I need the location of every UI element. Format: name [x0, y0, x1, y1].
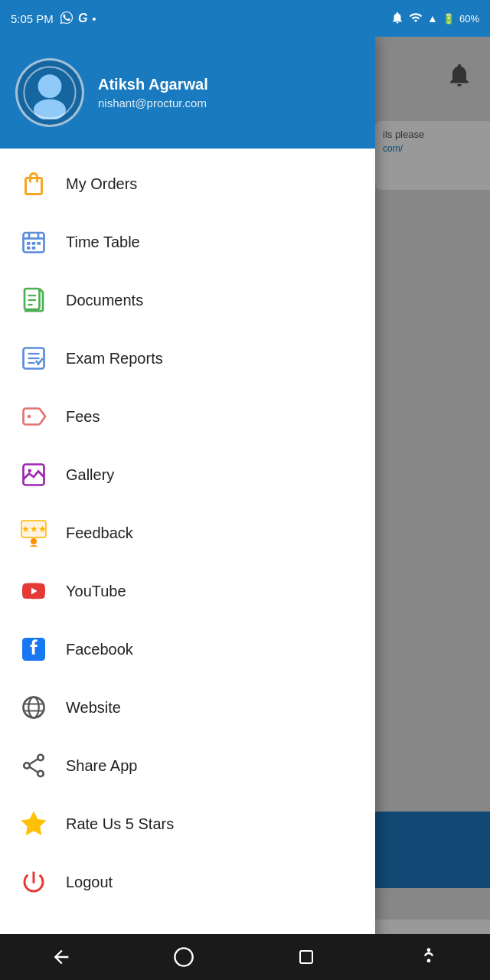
svg-line-36: [30, 767, 38, 773]
menu-label-exam-reports: Exam Reports: [66, 350, 163, 368]
drawer-user-info: Atiksh Agarwal nishant@proctur.com: [98, 76, 208, 109]
status-time: 5:05 PM: [11, 12, 54, 25]
calendar-grid-icon: [18, 227, 49, 257]
svg-rect-39: [300, 951, 312, 963]
gallery-icon: [18, 459, 49, 490]
svg-point-28: [24, 697, 44, 718]
menu-item-feedback[interactable]: ★★★ Feedback: [0, 504, 375, 562]
svg-point-20: [28, 415, 31, 419]
menu-item-facebook[interactable]: Facebook: [0, 620, 375, 678]
globe-icon: [18, 692, 49, 723]
status-bar: 5:05 PM G • ▲ 🔋 60%: [0, 0, 490, 37]
svg-text:★★★: ★★★: [21, 524, 47, 534]
svg-point-34: [38, 771, 44, 777]
svg-point-0: [38, 74, 62, 98]
status-icons-left: G •: [60, 11, 96, 27]
battery-percent: 60%: [459, 13, 479, 24]
svg-point-32: [38, 755, 44, 761]
svg-point-22: [28, 469, 32, 473]
menu-label-time-table: Time Table: [66, 234, 140, 251]
menu-label-fees: Fees: [66, 408, 100, 426]
wifi-icon: [409, 11, 423, 27]
svg-point-25: [31, 538, 37, 544]
menu-item-website[interactable]: Website: [0, 678, 375, 737]
menu-label-my-orders: My Orders: [66, 175, 137, 193]
menu-list: My Orders Tim: [0, 149, 375, 980]
alarm-icon: [390, 11, 404, 27]
svg-rect-10: [27, 247, 31, 250]
menu-label-logout: Logout: [66, 874, 113, 891]
menu-label-rate-us: Rate Us 5 Stars: [66, 815, 174, 833]
menu-item-youtube[interactable]: YouTube: [0, 562, 375, 620]
feedback-stars-icon: ★★★: [18, 518, 49, 548]
accessibility-button[interactable]: [406, 934, 452, 980]
menu-item-my-orders[interactable]: My Orders: [0, 155, 375, 213]
svg-marker-37: [22, 812, 45, 835]
status-bar-left: 5:05 PM G •: [11, 11, 96, 27]
power-icon: [18, 867, 49, 897]
price-tag-icon: [18, 401, 49, 432]
menu-label-gallery: Gallery: [66, 466, 114, 484]
menu-label-feedback: Feedback: [66, 524, 133, 542]
svg-rect-7: [27, 242, 31, 245]
drawer-header: Atiksh Agarwal nishant@proctur.com: [0, 37, 375, 149]
recents-button[interactable]: [283, 934, 329, 980]
menu-item-rate-us[interactable]: Rate Us 5 Stars: [0, 795, 375, 853]
drawer: Atiksh Agarwal nishant@proctur.com My Or…: [0, 37, 375, 980]
menu-label-facebook: Facebook: [66, 641, 133, 658]
menu-label-share-app: Share App: [66, 757, 137, 775]
svg-rect-11: [32, 247, 36, 250]
user-name: Atiksh Agarwal: [98, 76, 208, 93]
menu-item-exam-reports[interactable]: Exam Reports: [0, 329, 375, 387]
menu-label-youtube: YouTube: [66, 583, 126, 600]
document-icon: [18, 285, 49, 315]
status-icons-right: ▲ 🔋 60%: [390, 11, 479, 27]
svg-line-35: [30, 759, 38, 764]
back-button[interactable]: [38, 934, 84, 980]
signal-icon: ▲: [427, 12, 438, 24]
main-container: ils please com/ Profile Atik: [0, 37, 490, 980]
menu-item-fees[interactable]: Fees: [0, 387, 375, 446]
shopping-bag-icon: [18, 168, 49, 199]
share-icon: [18, 750, 49, 781]
menu-label-documents: Documents: [66, 292, 143, 309]
whatsapp-icon: [60, 11, 74, 27]
home-button[interactable]: [161, 934, 207, 980]
star-icon: [18, 808, 49, 839]
menu-item-time-table[interactable]: Time Table: [0, 213, 375, 271]
svg-rect-9: [38, 242, 41, 245]
avatar: [15, 58, 84, 127]
overlay[interactable]: [375, 37, 490, 980]
menu-label-website: Website: [66, 699, 121, 717]
menu-item-gallery[interactable]: Gallery: [0, 446, 375, 504]
menu-item-logout[interactable]: Logout: [0, 853, 375, 911]
menu-item-documents[interactable]: Documents: [0, 271, 375, 329]
youtube-icon: [18, 576, 49, 606]
grammarly-icon: G: [78, 11, 87, 25]
checklist-icon: [18, 343, 49, 374]
battery-icon: 🔋: [443, 13, 455, 24]
bottom-nav-bar: [0, 934, 490, 980]
svg-point-29: [28, 697, 39, 718]
svg-point-38: [175, 948, 192, 965]
dot-icon: •: [92, 12, 96, 25]
svg-point-33: [24, 763, 30, 769]
facebook-icon: [18, 634, 49, 665]
menu-item-share-app[interactable]: Share App: [0, 737, 375, 795]
svg-rect-12: [24, 289, 40, 309]
svg-rect-8: [32, 242, 36, 245]
user-email: nishant@proctur.com: [98, 96, 208, 109]
